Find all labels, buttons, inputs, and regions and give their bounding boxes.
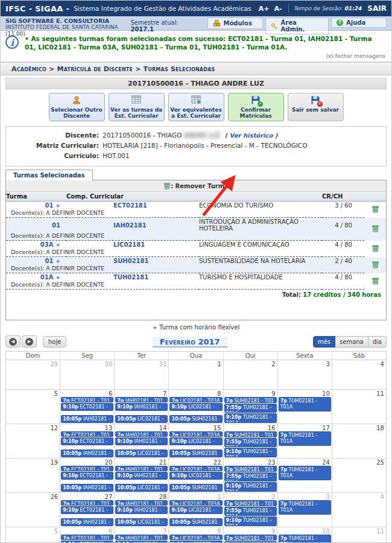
calendar-event[interactable]: 7p IAH02181 - T01 <box>115 466 168 471</box>
calendar-event[interactable]: 9:10p ECT02181 - T01 <box>61 403 113 411</box>
calendar-event[interactable]: 9:10p IAH02181 - T01 <box>115 403 168 411</box>
view-curriculum-classes-button[interactable]: Ver as turmas da Est. Curricular <box>109 93 165 121</box>
calendar-event[interactable]: 7p LIC02181 - T03A <box>169 500 222 506</box>
calendar-today-button[interactable]: hoje <box>43 336 66 348</box>
calendar-event[interactable]: 7p TUH02181 - T01A <box>279 466 331 480</box>
calendar-day-cell: 25 <box>332 459 386 492</box>
calendar-event[interactable]: 10:05p SUH02181 - T01 <box>169 415 222 423</box>
calendar-event[interactable]: 9:10p ECT02181 - T01 <box>61 541 113 543</box>
calendar-event[interactable]: 10:05p SUH02181 - T01 <box>169 484 222 492</box>
calendar-event[interactable]: 9:10p ECT02181 - T01 <box>61 506 113 514</box>
calendar-event[interactable]: 7p SUH02181 - T01 <box>224 397 277 403</box>
calendar-event[interactable]: 7p SUH02181 - T01 <box>224 431 277 437</box>
calendar-event[interactable]: 10:05p IAH02181 - T01 <box>61 415 113 423</box>
calendar-event[interactable]: 9:10p LIC02181 - T03A <box>169 403 222 411</box>
calendar-event[interactable]: 9:10p LIC02181 - T03A <box>169 472 222 480</box>
admin-area-button[interactable]: Área Admin. <box>265 17 329 34</box>
modules-button[interactable]: Módulos <box>207 17 263 29</box>
calendar-event[interactable]: 7p ECT02181 - T01 <box>61 466 113 471</box>
remove-class-button[interactable] <box>364 202 386 218</box>
calendar-event[interactable]: 9:10p LIC02181 - T03A <box>169 506 222 514</box>
calendar-event[interactable]: 7p ECT02181 - T01 <box>61 500 113 506</box>
calendar-event[interactable]: 7:55p TUH02181 - T01A <box>224 404 277 413</box>
component-code-link[interactable]: LIC02181 <box>66 241 199 249</box>
font-decrease-button[interactable]: A- <box>274 5 282 13</box>
calendar-event[interactable]: 7p IAH02181 - T01 <box>115 431 168 437</box>
calendar-prev-button[interactable]: ◀ <box>5 335 21 348</box>
tab-turmas-selecionadas[interactable]: Turmas Selecionadas <box>5 170 93 180</box>
remove-class-button[interactable] <box>364 218 386 241</box>
calendar-next-button[interactable]: ▶ <box>22 335 37 348</box>
calendar-event[interactable]: 7p TUH02181 - T01A <box>279 535 331 543</box>
turma-link[interactable]: 01A ★ <box>6 273 66 282</box>
calendar-event[interactable]: 7:55p TUH02181 - T01A <box>224 472 277 482</box>
calendar-day-cell: 67p ECT02181 - T019:10p ECT02181 - T0110… <box>60 527 115 543</box>
turma-link[interactable]: 03A ★ <box>6 241 66 249</box>
calendar-event[interactable]: 7p SUH02181 - T01 <box>224 466 277 472</box>
calendar-event[interactable]: 10:05p LIC02181 - T03A <box>115 518 168 526</box>
calendar-event[interactable]: 9:10p IAH02181 - T01 <box>115 437 168 445</box>
confirm-enrollment-button[interactable]: ✓ Confirmar Matrículas <box>228 93 284 121</box>
calendar-event[interactable]: 7p LIC02181 - T03A <box>169 535 222 540</box>
help-button[interactable]: ? Ajuda <box>331 17 387 28</box>
view-week-button[interactable]: semana <box>335 336 368 348</box>
calendar-event[interactable]: 7:55p TUH02181 - T01A <box>224 507 277 516</box>
remove-class-button[interactable] <box>364 273 386 290</box>
calendar-event[interactable]: 7p SUH02181 - T01 <box>224 535 277 541</box>
calendar-event[interactable]: 7p IAH02181 - T01 <box>115 397 168 402</box>
select-other-student-button[interactable]: Selecionar Outro Discente <box>49 93 105 121</box>
logout-button[interactable]: SAIR <box>367 4 387 13</box>
calendar-event[interactable]: 10:05p LIC02181 - T03A <box>115 415 168 423</box>
component-code-link[interactable]: IAH02181 <box>66 218 199 233</box>
exit-without-saving-button[interactable]: ✕ Sair sem salvar <box>288 93 344 121</box>
turma-link[interactable]: 01 <box>6 218 66 233</box>
view-equivalents-button[interactable]: Ver equivalentes a Est. Curricular <box>168 93 224 121</box>
breadcrumb[interactable]: Acadêmico > Matrícula de Discente > Turm… <box>1 62 391 75</box>
calendar-event[interactable]: 9:10p ECT02181 - T01 <box>61 472 113 480</box>
remove-class-button[interactable] <box>364 257 386 273</box>
calendar-event[interactable]: 9:10p IAH02181 - T01 <box>115 472 168 480</box>
calendar-event[interactable]: 9:10p TUH02181 - T01A <box>224 516 277 526</box>
calendar-event[interactable]: 7p LIC02181 - T03A <box>169 431 222 437</box>
calendar-event[interactable]: 10:05p SUH02181 - T01 <box>169 449 222 457</box>
calendar-event[interactable]: 10:05p IAH02181 - T01 <box>61 484 113 492</box>
component-code-link[interactable]: TUH02181 <box>66 273 199 282</box>
calendar-event[interactable]: 7p ECT02181 - T01 <box>61 535 113 540</box>
remove-class-button[interactable] <box>364 241 386 257</box>
calendar-event[interactable]: 9:10p LIC02181 - T03A <box>169 541 222 543</box>
calendar-event[interactable]: 9:10p ECT02181 - T01 <box>61 437 113 445</box>
view-history-link[interactable]: ( Ver histórico ) <box>225 132 278 139</box>
view-day-button[interactable]: dia <box>368 336 387 348</box>
calendar-event[interactable]: 7p TUH02181 - T01A <box>279 397 331 411</box>
calendar-event[interactable]: 7:55p TUH02181 - T01A <box>224 438 277 448</box>
view-month-button[interactable]: mês <box>313 336 335 348</box>
calendar-event[interactable]: 7p LIC02181 - T03A <box>169 466 222 471</box>
col-turma: Turma <box>6 192 66 202</box>
calendar-event[interactable]: 7p ECT02181 - T01 <box>61 431 113 437</box>
calendar-event[interactable]: 10:05p LIC02181 - T03A <box>115 449 168 457</box>
calendar-event[interactable]: 9:10p TUH02181 - T01A <box>224 413 277 423</box>
calendar-event[interactable]: 7p ECT02181 - T01 <box>61 397 113 402</box>
turma-link[interactable]: 01 ★ <box>6 257 66 265</box>
calendar-event[interactable]: 9:10p IAH02181 - T01 <box>115 506 168 514</box>
component-code-link[interactable]: ECT02181 <box>66 202 199 210</box>
calendar-event[interactable]: 7p TUH02181 - T01A <box>279 431 331 446</box>
turma-link[interactable]: 01 ★ <box>6 202 66 210</box>
calendar-event[interactable]: 10:05p IAH02181 - T01 <box>61 449 113 457</box>
calendar-event[interactable]: 7p LIC02181 - T03A <box>169 397 222 402</box>
day-number: 30 <box>60 360 114 367</box>
calendar-event[interactable]: 7p SUH02181 - T01 <box>224 500 277 506</box>
calendar-event[interactable]: 7p IAH02181 - T01 <box>115 500 168 506</box>
component-code-link[interactable]: SUH02181 <box>66 257 199 265</box>
calendar-event[interactable]: 9:10p IAH02181 - T01 <box>115 541 168 543</box>
calendar-event[interactable]: 9:10p TUH02181 - T01A <box>224 482 277 492</box>
calendar-event[interactable]: 7p TUH02181 - T01A <box>279 500 331 515</box>
calendar-event[interactable]: 10:05p SUH02181 - T01 <box>169 518 222 526</box>
calendar-event[interactable]: 10:05p IAH02181 - T01 <box>61 518 113 526</box>
calendar-event[interactable]: 10:05p LIC02181 - T03A <box>115 484 168 492</box>
close-messages-link[interactable]: (x) fechar mensagens <box>5 51 387 60</box>
font-increase-button[interactable]: A+ <box>259 5 270 13</box>
calendar-event[interactable]: 9:10p LIC02181 - T03A <box>169 437 222 445</box>
calendar-event[interactable]: 7p IAH02181 - T01 <box>115 535 168 540</box>
calendar-event[interactable]: 9:10p TUH02181 - T01A <box>224 448 277 457</box>
